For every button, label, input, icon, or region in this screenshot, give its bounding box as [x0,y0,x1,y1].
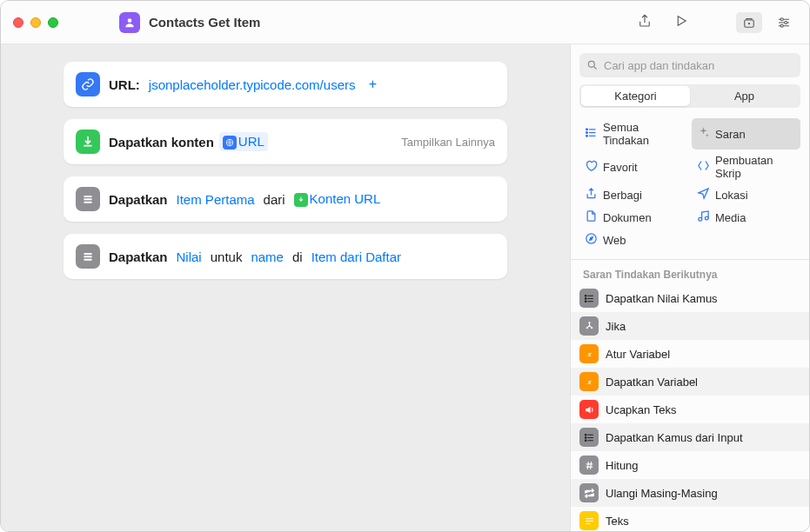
svg-point-15 [586,135,588,136]
svg-rect-6 [84,196,91,197]
suggestion-item[interactable]: Hitung [571,451,809,479]
show-more-button[interactable]: Tampilkan Lainnya [401,136,495,149]
action-label: Dapatkan [109,192,168,207]
category-label: Web [603,234,626,247]
download-icon [294,193,308,207]
search-input[interactable] [604,59,793,72]
link-icon [76,72,100,96]
category-media[interactable]: Media [692,207,800,228]
category-label: Pembuatan Skrip [715,154,795,180]
suggestion-item[interactable]: Teks [571,507,809,532]
svg-point-28 [585,436,586,438]
suggestion-item[interactable]: xDapatkan Variabel [571,368,809,396]
repeat-icon [579,483,599,502]
settings-toggle[interactable] [771,12,797,33]
svg-point-24 [591,327,592,329]
page-title: Contacts Get Item [149,15,260,30]
svg-point-23 [586,327,587,329]
svg-point-20 [585,297,586,299]
action-label: Dapatkan konten [109,135,214,150]
suggestion-item[interactable]: Ucapkan Teks [571,396,809,423]
workflow-canvas[interactable]: URL: jsonplaceholder.typicode.com/users … [1,44,570,532]
search-field[interactable] [579,53,800,77]
minimize-window-button[interactable] [30,17,41,28]
list-icon [579,289,599,308]
add-url-button[interactable]: + [364,76,381,93]
action-label: untuk [211,249,243,264]
suggestion-item[interactable]: Dapatkan Nilai Kamus [571,284,809,312]
window-controls [13,17,58,28]
search-icon [586,59,599,71]
category-web[interactable]: Web [579,229,688,250]
list-icon [76,187,100,211]
suggestion-item[interactable]: xAtur Variabel [571,340,809,368]
content-variable-token[interactable]: Konten URL [291,190,385,209]
sparkle-icon [697,126,710,142]
svg-point-22 [588,322,590,323]
suggestion-item[interactable]: Jika [571,312,809,340]
hash-icon [579,456,599,475]
value-token[interactable]: Nilai [173,248,205,266]
suggestion-item[interactable]: Ulangi Masing-Masing [571,479,809,507]
category-label: Favorit [603,161,638,174]
action-get-value[interactable]: Dapatkan Nilai untuk name di Item dari D… [64,234,507,279]
close-window-button[interactable] [13,17,23,28]
category-pembuatan-skrip[interactable]: Pembuatan Skrip [692,151,800,183]
suggestion-item[interactable]: Dapatkan Kamus dari Input [571,423,809,451]
library-toggle[interactable] [736,12,762,33]
category-label: Dokumen [603,211,652,224]
category-label: Saran [715,128,746,141]
category-label: Lokasi [715,189,748,202]
svg-point-17 [705,216,708,220]
source-token[interactable]: Item dari Daftar [308,248,405,266]
varx-icon: x [579,344,599,363]
svg-rect-10 [84,256,91,257]
item-selector-token[interactable]: Item Pertama [173,190,258,209]
list-icon [76,244,100,269]
suggestion-list: Dapatkan Nilai KamusJikaxAtur VariabelxD… [571,284,809,532]
safari-icon [585,232,598,248]
app-icon [119,12,140,33]
url-value[interactable]: jsonplaceholder.typicode.com/users [145,76,359,94]
text-icon [579,511,599,530]
action-get-contents[interactable]: Dapatkan konten URL Tampilkan Lainnya [64,119,507,164]
zoom-window-button[interactable] [48,17,58,28]
suggestion-label: Teks [606,515,629,528]
suggestion-label: Ulangi Masing-Masing [606,487,718,500]
svg-point-19 [585,295,586,296]
svg-point-16 [699,217,702,221]
varx-icon: x [579,372,599,391]
tab-app[interactable]: App [690,86,799,106]
library-sidebar: Kategori App Semua TindakanSaranFavoritP… [570,44,809,532]
svg-rect-7 [84,198,91,200]
svg-point-3 [785,21,787,23]
category-dokumen[interactable]: Dokumen [579,207,688,228]
svg-point-29 [585,439,586,441]
run-button[interactable] [673,13,689,32]
titlebar: Contacts Get Item [1,1,809,44]
action-label: Dapatkan [109,249,168,264]
svg-text:x: x [586,378,592,386]
globe-icon [223,136,237,150]
category-lokasi[interactable]: Lokasi [692,184,800,205]
category-berbagi[interactable]: Berbagi [579,184,688,205]
category-saran[interactable]: Saran [692,118,800,150]
download-icon [76,130,100,154]
share-icon[interactable] [637,13,653,32]
key-token[interactable]: name [247,248,287,266]
tab-kategori[interactable]: Kategori [581,86,690,106]
music-icon [697,209,710,225]
svg-point-21 [585,300,586,302]
category-label: Berbagi [603,189,642,202]
category-semua-tindakan[interactable]: Semua Tindakan [579,118,688,150]
svg-rect-9 [84,253,91,255]
svg-point-0 [128,18,132,23]
url-variable-token[interactable]: URL [219,132,268,151]
action-url[interactable]: URL: jsonplaceholder.typicode.com/users … [64,62,507,107]
action-get-item[interactable]: Dapatkan Item Pertama dari Konten URL [64,176,507,222]
share-icon [585,187,598,203]
heart-icon [585,159,598,175]
category-favorit[interactable]: Favorit [579,151,688,183]
suggestion-label: Dapatkan Variabel [606,376,698,389]
svg-rect-8 [84,202,91,203]
